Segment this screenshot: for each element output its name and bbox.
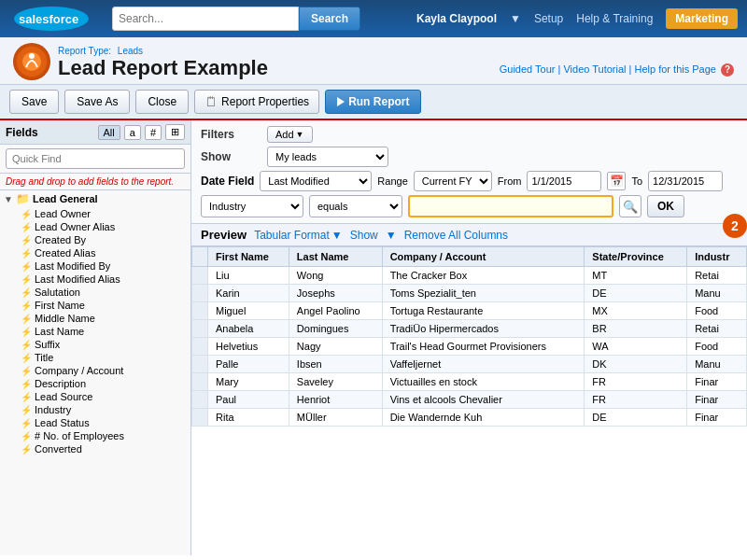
user-name[interactable]: Kayla Claypool [416, 12, 497, 25]
cell-state: DK [585, 356, 687, 373]
tree-group-label: Lead General [33, 193, 98, 204]
tree-item-label: Created Alias [35, 247, 95, 259]
cell-first-name: Helvetius [208, 338, 289, 356]
field-icon: ⚡ [21, 248, 32, 259]
cell-industry: Finar [687, 391, 747, 409]
table-row: Paul Henriot Vins et alcools Chevalier F… [192, 391, 747, 409]
list-item[interactable]: ⚡Converted [0, 442, 190, 455]
list-item[interactable]: ⚡Middle Name [0, 312, 190, 325]
col-header: First Name [208, 247, 289, 267]
run-report-button[interactable]: Run Report [325, 90, 421, 114]
cell-last-name: Henriot [289, 391, 382, 409]
svg-text:salesforce: salesforce [19, 12, 78, 26]
list-item[interactable]: ⚡Lead Source [0, 390, 190, 403]
cell-state: DE [585, 285, 687, 302]
show-preview-btn[interactable]: Show [350, 229, 378, 242]
remove-all-columns-button[interactable]: Remove All Columns [404, 229, 508, 242]
date-field-label: Date Field [201, 175, 254, 188]
calendar-icon[interactable]: 📅 [607, 172, 626, 190]
hash-filter-btn[interactable]: # [145, 125, 162, 140]
cell-state: MT [585, 267, 687, 285]
guided-tour-link[interactable]: Guided Tour [500, 63, 556, 75]
search-bar: Search [112, 7, 407, 31]
cell-last-name: Josephs [289, 285, 382, 302]
add-filter-button[interactable]: Add ▼ [267, 126, 313, 143]
report-properties-button[interactable]: 🗒 Report Properties [194, 90, 319, 114]
list-item[interactable]: ⚡Last Name [0, 325, 190, 338]
table-row: Miguel Angel Paolino Tortuga Restaurante… [192, 302, 747, 320]
preview-table: First NameLast NameCompany / AccountStat… [191, 246, 747, 427]
list-item[interactable]: ⚡Last Modified By [0, 259, 190, 273]
quick-find-input[interactable] [6, 148, 185, 169]
video-tutorial-link[interactable]: Video Tutorial [563, 63, 626, 75]
filters-label: Filters [201, 128, 261, 141]
condition-op-select[interactable]: equals [309, 195, 402, 217]
tree-item-label: Last Name [35, 326, 84, 337]
range-select[interactable]: Current FY [414, 171, 492, 191]
help-link[interactable]: Help & Training [576, 12, 653, 25]
save-button[interactable]: Save [9, 90, 59, 114]
drag-hint: Drag and drop to add fields to the repor… [0, 174, 190, 190]
table-row: Anabela Domingues TradiÜo Hipermercados … [192, 320, 747, 338]
row-num [192, 391, 208, 409]
help-page-link[interactable]: Help for this Page [635, 63, 716, 75]
grid-filter-btn[interactable]: ⊞ [165, 124, 185, 140]
cell-industry: Food [687, 338, 747, 356]
list-item[interactable]: ⚡Description [0, 377, 190, 390]
list-item[interactable]: ⚡Lead Status [0, 416, 190, 429]
row-num [192, 267, 208, 285]
from-label: From [498, 175, 522, 187]
list-item[interactable]: ⚡Created Alias [0, 246, 190, 259]
az-filter-btn[interactable]: a [124, 125, 141, 140]
list-item[interactable]: ⚡Title [0, 351, 190, 364]
cell-first-name: Rita [208, 409, 289, 427]
field-icon: ⚡ [21, 274, 32, 285]
search-input[interactable] [112, 7, 299, 31]
tree-group-header[interactable]: ▼ 📁 Lead General [0, 190, 190, 207]
table-row: Karin Josephs Toms Spezialit_ten DE Manu [192, 285, 747, 302]
date-field-select[interactable]: Last Modified [260, 171, 372, 191]
from-date-input[interactable] [527, 171, 601, 191]
marketing-btn[interactable]: Marketing [666, 8, 738, 29]
all-filter-btn[interactable]: All [98, 125, 120, 140]
close-button[interactable]: Close [135, 90, 189, 114]
cell-first-name: Mary [208, 373, 289, 391]
field-icon: ⚡ [21, 392, 32, 402]
list-item[interactable]: ⚡Company / Account [0, 364, 190, 377]
condition-search-button[interactable]: 🔍 [619, 195, 641, 217]
svg-point-4 [29, 53, 35, 59]
format-button[interactable]: Tabular Format ▼ [254, 229, 343, 242]
ok-button[interactable]: OK [647, 195, 684, 217]
report-type-prefix: Report Type: [58, 46, 111, 56]
search-button[interactable]: Search [299, 7, 360, 31]
format-dropdown-icon: ▼ [331, 229, 343, 242]
field-icon: ⚡ [21, 222, 32, 232]
setup-link[interactable]: Setup [534, 12, 563, 25]
tree-item-label: Created By [35, 234, 86, 245]
col-header: Last Name [289, 247, 382, 267]
filters-section: Filters Add ▼ Show My leads Date Field L… [191, 120, 747, 224]
list-item[interactable]: ⚡Industry [0, 403, 190, 416]
list-item[interactable]: ⚡Suffix [0, 338, 190, 351]
list-item[interactable]: ⚡Lead Owner [0, 207, 190, 220]
condition-value-input[interactable] [408, 195, 613, 217]
list-item[interactable]: ⚡Last Modified Alias [0, 273, 190, 286]
to-date-input[interactable] [648, 171, 723, 191]
list-item[interactable]: ⚡First Name [0, 299, 190, 312]
list-item[interactable]: ⚡Created By [0, 233, 190, 246]
user-dropdown-icon[interactable]: ▼ [510, 12, 521, 25]
left-panel: Fields All a # ⊞ Drag and drop to add fi… [0, 120, 191, 555]
tree-items-container: ⚡Lead Owner⚡Lead Owner Alias⚡Created By⚡… [0, 207, 190, 455]
list-item[interactable]: ⚡Salutation [0, 286, 190, 299]
save-as-button[interactable]: Save As [64, 90, 130, 114]
report-type-link[interactable]: Leads [118, 46, 143, 56]
show-select[interactable]: My leads [267, 147, 388, 167]
report-props-label: Report Properties [221, 95, 309, 108]
list-item[interactable]: ⚡Lead Owner Alias [0, 220, 190, 233]
condition-field-select[interactable]: Industry [201, 195, 303, 217]
report-props-icon: 🗒 [204, 94, 218, 109]
cell-first-name: Palle [208, 356, 289, 373]
field-icon: ⚡ [21, 431, 32, 441]
list-item[interactable]: ⚡# No. of Employees [0, 429, 190, 442]
tree-item-label: Lead Owner Alias [35, 221, 115, 232]
